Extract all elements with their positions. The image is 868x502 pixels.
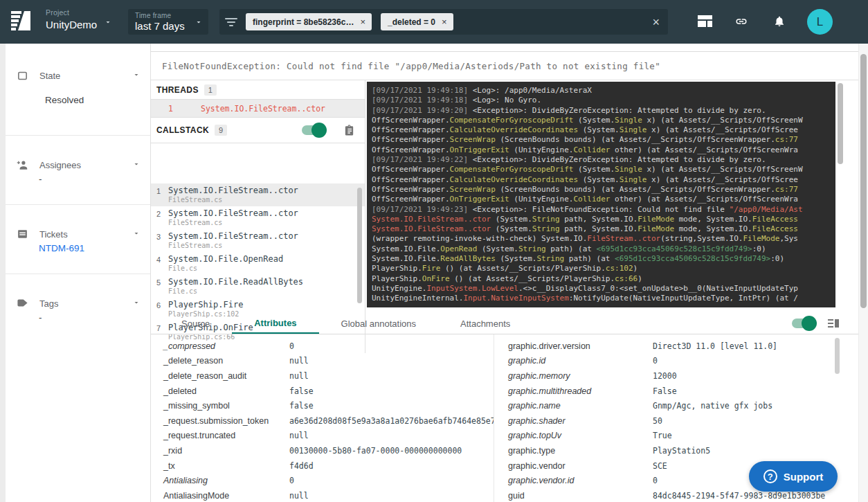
attribute-row[interactable]: graphic.topUvTrue [494, 429, 847, 444]
tab-label: Global annotations [341, 319, 416, 329]
sidebar-section-value: Resolved [45, 95, 84, 105]
sidebar-section-label: Assignees [39, 160, 132, 170]
callstack-scrollbar[interactable] [357, 188, 362, 303]
attribute-row[interactable]: _request.truncatednull [151, 429, 494, 444]
attribute-key: _deleted [163, 386, 289, 396]
tab-source[interactable]: Source [159, 313, 232, 334]
sidebar: StateResolvedAssignees-TicketsNTDM-691Ta… [6, 44, 151, 502]
sidebar-section-header[interactable]: Assignees [17, 159, 141, 171]
chevron-down-icon[interactable] [132, 159, 141, 171]
page-scrollbar-thumb[interactable] [860, 54, 867, 308]
copy-callstack-icon[interactable] [343, 124, 355, 137]
log-line: OffScreenWrapper.CompensateForGyroscopeD… [372, 116, 835, 125]
callstack-frame[interactable]: 3System.IO.FileStream..ctorFileStream.cs [151, 229, 365, 252]
filter-bar[interactable]: fingerprint = 8be58236c…×_deleted = 0× × [219, 9, 668, 35]
attribute-row[interactable]: Antialiasing0 [151, 473, 494, 488]
attribute-row[interactable]: _delete_reason_auditnull [151, 368, 494, 384]
attribute-row[interactable]: graphic.id0 [494, 354, 847, 369]
attribute-row[interactable]: graphic.memory12000 [494, 368, 847, 384]
attribute-key: graphic.shader [508, 416, 653, 426]
notifications-bell-icon[interactable] [773, 14, 786, 28]
callstack-frame[interactable]: 5System.IO.File.ReadAllBytesFile.cs [151, 275, 365, 298]
sidebar-section-tickets: TicketsNTDM-691 [6, 204, 150, 274]
backtrace-logo-icon[interactable] [11, 10, 32, 33]
attribute-row[interactable]: graphic.multithreadedFalse [494, 384, 847, 399]
callstack-toggle[interactable] [302, 125, 325, 135]
attribute-value: PlayStation5 [653, 446, 847, 456]
top-bar: Project UnityDemo Time frame last 7 days… [0, 0, 868, 44]
project-selector[interactable]: Project UnityDemo [46, 8, 97, 30]
attribute-row[interactable]: _delete_reasonnull [151, 354, 494, 369]
log-line: [09/17/2021 19:49:20] <Exception>: Divid… [372, 106, 835, 116]
log-console[interactable]: [09/17/2021 19:49:18] <Log>: /app0/Media… [367, 82, 835, 307]
tab-attributes[interactable]: Attributes [232, 313, 318, 334]
callstack-frame[interactable]: 2System.IO.FileStream..ctorFileStream.cs [151, 206, 365, 229]
filter-chip[interactable]: _deleted = 0× [381, 13, 453, 30]
attribute-value: null [289, 491, 494, 501]
attribute-value: null [289, 371, 494, 381]
log-line: OffScreenWrapper.CompensateForGyroscopeD… [372, 165, 835, 174]
attributes-scrollbar[interactable] [835, 338, 840, 374]
attribute-row[interactable]: graphic.nameGnmp/Agc, native gfx jobs [494, 398, 847, 413]
thread-row[interactable]: 1System.IO.FileStream..ctor [151, 100, 365, 118]
chevron-down-icon[interactable] [132, 228, 141, 240]
attribute-row[interactable]: graphic.shader50 [494, 413, 847, 429]
toggle-knob [802, 316, 817, 331]
attribute-value: false [289, 386, 494, 396]
state-icon [17, 70, 28, 82]
attribute-value: 50 [653, 416, 847, 426]
attribute-row[interactable]: AntialiasingModenull [151, 488, 494, 502]
log-console-scrollbar[interactable] [838, 83, 843, 164]
attribute-row[interactable]: _txf4d6d [151, 458, 494, 474]
chip-close-icon[interactable]: × [360, 17, 365, 26]
sidebar-section-value[interactable]: NTDM-691 [39, 243, 84, 253]
attribute-row[interactable]: graphic.typePlayStation5 [494, 443, 847, 458]
attribute-row[interactable]: _compressed0 [151, 339, 494, 354]
sidebar-section-label: Tags [39, 298, 132, 309]
user-avatar[interactable]: L [807, 9, 833, 35]
attribute-value: f4d6d [289, 461, 494, 471]
callstack-frame[interactable]: 4System.IO.File.OpenReadFile.cs [151, 252, 365, 275]
attribute-key: _request.submission_token [163, 416, 289, 426]
frame-function: System.IO.File.OpenRead [168, 254, 365, 264]
chevron-down-icon[interactable] [132, 297, 141, 310]
frame-number: 6 [156, 301, 161, 310]
log-line: [09/17/2021 19:49:22] <Exception>: Divid… [372, 155, 835, 165]
link-icon[interactable] [734, 15, 749, 28]
content-top-strip [151, 44, 858, 52]
attributes-toggle[interactable] [792, 319, 815, 328]
sidebar-section-header[interactable]: State [17, 69, 141, 82]
frame-function: System.IO.FileStream..ctor [168, 208, 365, 218]
attribute-row[interactable]: graphic.driver.versionDirect3D 11.0 [lev… [494, 339, 847, 354]
frame-function: System.IO.FileStream..ctor [168, 231, 365, 241]
attribute-key: graphic.type [508, 446, 653, 456]
attribute-row[interactable]: _request.submission_tokena6e36d208d08f5e… [151, 413, 494, 429]
chevron-down-icon[interactable] [104, 18, 112, 26]
chevron-down-icon[interactable] [132, 69, 141, 82]
tab-global-annotations[interactable]: Global annotations [319, 313, 438, 334]
chevron-down-icon[interactable] [195, 18, 203, 26]
page-scrollbar-track[interactable] [858, 44, 868, 502]
tab-attachments[interactable]: Attachments [438, 313, 532, 334]
main-content: FileNotFoundException: Could not find fi… [151, 44, 858, 502]
attribute-value: 00130000-5b80-fa07-0000-000000000000 [289, 446, 494, 456]
callstack-frame[interactable]: 1System.IO.FileStream..ctorFileStream.cs [151, 183, 365, 206]
attribute-row[interactable]: _deletedfalse [151, 384, 494, 399]
timeframe-selector[interactable]: Time frame last 7 days [128, 9, 208, 35]
sidebar-section-value: - [39, 312, 42, 323]
timeframe-value: last 7 days [135, 20, 201, 32]
dashboard-icon[interactable] [698, 15, 712, 27]
filter-chip[interactable]: fingerprint = 8be58236c…× [246, 13, 372, 30]
list-view-icon[interactable] [828, 319, 839, 332]
support-button[interactable]: ? Support [749, 461, 838, 492]
sidebar-section-header[interactable]: Tickets [17, 228, 141, 240]
attribute-row[interactable]: _missing_symbolfalse [151, 398, 494, 413]
attribute-key: graphic.topUv [508, 431, 653, 440]
chip-close-icon[interactable]: × [442, 17, 447, 26]
clear-filters-icon[interactable]: × [652, 16, 660, 28]
sidebar-section-header[interactable]: Tags [17, 297, 141, 310]
attribute-row[interactable]: _rxid00130000-5b80-fa07-0000-00000000000… [151, 443, 494, 458]
threads-count-badge: 1 [204, 84, 217, 96]
support-label: Support [784, 471, 824, 483]
sidebar-section-label: Tickets [39, 229, 132, 240]
